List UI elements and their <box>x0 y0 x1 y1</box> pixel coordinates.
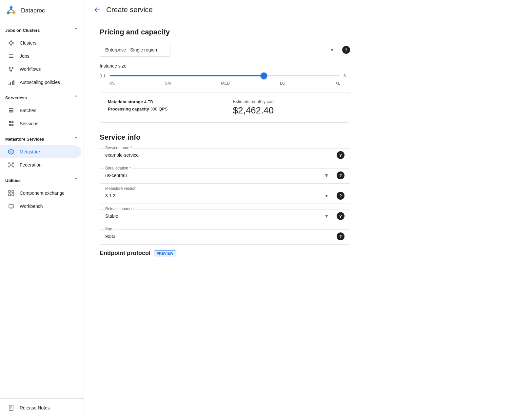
release-channel-row: Stable Canary ▼ ? <box>105 212 345 220</box>
sidebar-item-workbench[interactable]: Workbench <box>0 200 81 213</box>
chevron-up-icon: ⌃ <box>73 27 78 34</box>
sidebar-item-federation[interactable]: Federation <box>0 158 81 171</box>
port-field-group: Port ? <box>100 229 350 245</box>
svg-point-0 <box>10 6 13 9</box>
svg-marker-34 <box>10 150 12 154</box>
estimate-label: Estimate monthly cost <box>233 99 275 104</box>
port-help-icon[interactable]: ? <box>337 232 345 240</box>
component-icon <box>8 190 14 196</box>
metastore-version-field-group: Metastore version 3.1.2 3.0.0 2.3.6 ▼ ? <box>100 189 350 204</box>
metastore-version-row: 3.1.2 3.0.0 2.3.6 ▼ ? <box>105 192 345 200</box>
sidebar-label-federation: Federation <box>20 162 42 168</box>
svg-rect-29 <box>9 121 11 123</box>
sidebar-item-workflows[interactable]: Workflows <box>0 63 81 76</box>
svg-rect-15 <box>9 56 13 56</box>
svg-rect-17 <box>9 67 10 69</box>
workflows-icon <box>8 66 14 72</box>
service-name-row: ? <box>105 151 345 159</box>
svg-point-37 <box>12 163 14 164</box>
section-serverless[interactable]: Serverless ⌃ <box>0 89 84 104</box>
sidebar-item-release-notes[interactable]: Release Notes <box>0 401 81 414</box>
sidebar-item-clusters[interactable]: Clusters <box>0 36 81 50</box>
tier-dropdown-container: Enterprise - Single region Developer Ent… <box>100 43 338 57</box>
svg-rect-46 <box>9 194 10 196</box>
section-title-metastore: Metastore Services <box>5 137 44 142</box>
service-name-help-icon[interactable]: ? <box>337 151 345 159</box>
tier-select[interactable]: Enterprise - Single region Developer Ent… <box>100 43 170 57</box>
page-title: Create service <box>106 6 153 14</box>
metastore-version-dropdown-container: 3.1.2 3.0.0 2.3.6 ▼ <box>105 192 333 200</box>
batches-icon <box>8 107 14 114</box>
section-utilities[interactable]: Utilities ⌃ <box>0 171 84 187</box>
service-name-input[interactable] <box>105 151 333 159</box>
port-label: Port <box>104 227 114 231</box>
release-channel-help-icon[interactable]: ? <box>337 212 345 220</box>
metastore-version-help-icon[interactable]: ? <box>337 192 345 200</box>
release-channel-dropdown-container: Stable Canary ▼ <box>105 212 333 220</box>
sidebar-item-component-exchange[interactable]: Component exchange <box>0 187 81 200</box>
processing-label: Processing capacity <box>108 107 149 111</box>
slider-row: 0.1 6 <box>100 72 350 79</box>
endpoint-protocol-section: Endpoint protocol PREVIEW <box>100 250 350 257</box>
svg-rect-26 <box>9 108 13 109</box>
slider-track-wrapper <box>110 72 340 79</box>
sidebar-item-batches[interactable]: Batches <box>0 104 81 117</box>
service-name-label: Service name * <box>104 146 133 150</box>
sidebar-header: Dataproc <box>0 0 84 21</box>
svg-line-12 <box>9 43 11 45</box>
sidebar-label-component-exchange: Component exchange <box>20 190 65 196</box>
sidebar-label-clusters: Clusters <box>20 40 36 46</box>
section-jobs-on-clusters[interactable]: Jobs on Clusters ⌃ <box>0 21 84 36</box>
topbar: Create service <box>84 0 532 20</box>
data-location-select[interactable]: us-central1 us-east1 europe-west1 <box>105 171 333 179</box>
section-title-serverless: Serverless <box>5 95 27 100</box>
processing-row: Processing capacity 300 QPS <box>108 106 217 111</box>
service-info-section: Service info Service name * ? Data locat… <box>100 133 350 257</box>
sidebar-item-autoscaling[interactable]: Autoscaling policies <box>0 76 81 89</box>
svg-line-3 <box>8 9 11 11</box>
svg-rect-32 <box>11 124 13 126</box>
sidebar-item-sessions[interactable]: Sessions <box>0 117 81 130</box>
slider-tick-labels: XS SM MED LG XL <box>109 79 340 86</box>
svg-rect-28 <box>9 111 13 112</box>
pricing-section: Pricing and capacity Enterprise - Single… <box>100 28 350 123</box>
svg-line-41 <box>12 164 12 165</box>
processing-value-text: 300 QPS <box>150 107 168 111</box>
sidebar-label-workflows: Workflows <box>20 67 41 72</box>
tier-dropdown-arrow-icon: ▼ <box>330 47 334 52</box>
section-title-jobs: Jobs on Clusters <box>5 28 40 33</box>
svg-rect-48 <box>9 205 13 208</box>
slider-max-value: 6 <box>344 73 350 78</box>
release-channel-select[interactable]: Stable Canary <box>105 212 333 220</box>
svg-rect-19 <box>10 70 12 71</box>
port-input[interactable] <box>105 232 333 240</box>
sidebar: Dataproc Jobs on Clusters ⌃ Clusters Job… <box>0 0 84 417</box>
info-card-left: Metadata storage 4 TB Processing capacit… <box>108 99 217 116</box>
sidebar-item-jobs[interactable]: Jobs <box>0 50 81 63</box>
svg-rect-31 <box>9 124 11 126</box>
metastore-version-select[interactable]: 3.1.2 3.0.0 2.3.6 <box>105 192 333 200</box>
info-card-divider <box>225 99 225 116</box>
back-button[interactable] <box>92 5 102 15</box>
sidebar-item-metastore[interactable]: Metastore <box>0 145 81 158</box>
release-channel-label: Release channel <box>104 207 136 211</box>
svg-line-13 <box>11 43 13 45</box>
chevron-up-icon-utilities: ⌃ <box>73 177 78 184</box>
pricing-section-title: Pricing and capacity <box>100 28 350 36</box>
data-location-field-group: Data location * us-central1 us-east1 eur… <box>100 169 350 184</box>
svg-rect-22 <box>9 84 10 85</box>
info-card-right: Estimate monthly cost $2,462.40 <box>233 99 342 116</box>
section-metastore-services[interactable]: Metastore Services ⌃ <box>0 130 84 145</box>
sidebar-label-workbench: Workbench <box>20 204 43 209</box>
endpoint-protocol-title: Endpoint protocol <box>100 250 150 257</box>
metadata-row: Metadata storage 4 TB <box>108 99 217 104</box>
metastore-version-label: Metastore version <box>104 186 138 191</box>
svg-line-43 <box>12 166 12 167</box>
tier-help-icon[interactable]: ? <box>342 46 350 54</box>
data-location-dropdown-container: us-central1 us-east1 europe-west1 ▼ <box>105 171 333 179</box>
svg-rect-18 <box>12 67 13 69</box>
data-location-help-icon[interactable]: ? <box>337 171 345 179</box>
chevron-up-icon-serverless: ⌃ <box>73 94 78 101</box>
svg-rect-27 <box>9 110 13 111</box>
svg-line-4 <box>11 9 14 11</box>
